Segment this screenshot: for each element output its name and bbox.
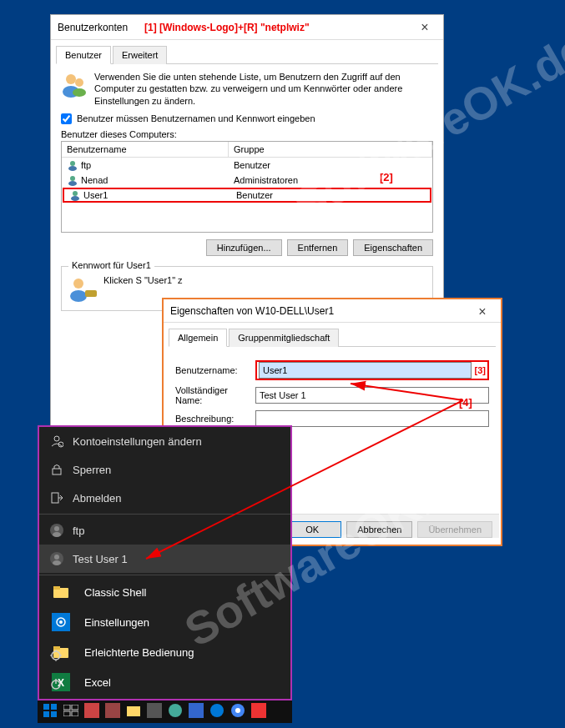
column-username[interactable]: Benutzername — [62, 142, 229, 158]
key-icon — [70, 275, 97, 302]
svg-rect-44 — [72, 711, 78, 716]
svg-rect-48 — [147, 703, 162, 718]
svg-point-3 — [73, 88, 86, 97]
menu-signout[interactable]: Abmelden — [39, 484, 290, 512]
svg-point-5 — [68, 166, 77, 171]
remove-button[interactable]: Entfernen — [287, 239, 349, 256]
taskbar — [38, 698, 292, 723]
tab-membership[interactable]: Gruppenmitgliedschaft — [229, 329, 339, 347]
svg-rect-26 — [53, 586, 60, 590]
description-input[interactable] — [255, 410, 489, 427]
checkbox-label: Benutzer müssen Benutzernamen und Kennwo… — [77, 113, 315, 123]
user-icon — [67, 159, 78, 171]
annotation-4: [4] — [459, 396, 472, 409]
user-icon — [67, 174, 78, 186]
svg-point-24 — [53, 560, 61, 565]
power-icon[interactable] — [48, 675, 64, 692]
svg-rect-50 — [189, 703, 204, 718]
divider — [39, 514, 290, 515]
person-settings-icon — [49, 434, 64, 449]
cancel-button[interactable]: Abbrechen — [346, 521, 412, 538]
annotation-1: [1] [Windows-Logo]+[R] "netplwiz" — [144, 22, 310, 33]
app-icon[interactable] — [166, 701, 184, 720]
tab-general[interactable]: Allgemein — [169, 329, 227, 347]
description-text: Verwenden Sie die unten stehende Liste, … — [94, 71, 433, 107]
close-button[interactable]: × — [408, 17, 441, 38]
tabset: Benutzer Erweitert — [56, 45, 438, 64]
svg-rect-12 — [85, 290, 97, 297]
svg-point-15 — [54, 436, 59, 441]
svg-rect-41 — [63, 705, 70, 710]
svg-point-4 — [70, 161, 75, 166]
svg-rect-17 — [53, 469, 61, 474]
label-username: Benutzername: — [175, 365, 250, 375]
list-row-selected[interactable]: User1 Benutzer — [63, 188, 431, 203]
svg-rect-45 — [84, 703, 99, 718]
fullname-input[interactable] — [255, 387, 489, 404]
app-settings[interactable]: Einstellungen — [39, 607, 290, 637]
properties-button[interactable]: Eigenschaften — [353, 239, 433, 256]
user-avatar-icon — [49, 551, 64, 566]
apply-button[interactable]: Übernehmen — [417, 521, 492, 538]
username-input[interactable] — [259, 362, 472, 379]
user-avatar-icon — [49, 523, 64, 538]
tabset: Allgemein Gruppenmitgliedschaft — [169, 328, 496, 347]
explorer-icon[interactable] — [124, 701, 143, 720]
checkbox-must-enter-password[interactable] — [61, 113, 72, 124]
svg-point-21 — [53, 532, 61, 537]
menu-user-ftp[interactable]: ftp — [39, 516, 290, 545]
app-icon[interactable] — [250, 701, 268, 720]
column-group[interactable]: Gruppe — [229, 142, 432, 158]
user-listview[interactable]: Benutzername Gruppe ftp Benutzer Nenad A… — [61, 141, 433, 233]
menu-user-test[interactable]: Test User 1 — [39, 545, 290, 573]
svg-rect-37 — [43, 704, 49, 710]
svg-point-9 — [71, 196, 79, 201]
menu-lock[interactable]: Sperren — [39, 455, 290, 484]
app-icon[interactable] — [103, 701, 122, 720]
list-row[interactable]: Nenad Administratoren — [62, 173, 432, 188]
svg-point-11 — [70, 290, 87, 302]
start-menu: Kontoeinstellungen ändern Sperren Abmeld… — [38, 425, 292, 700]
svg-rect-43 — [63, 711, 70, 716]
app-ease-of-access[interactable]: Erleichterte Bedienung — [39, 637, 290, 667]
titlebar[interactable]: Eigenschaften von W10-DELL\User1 × — [164, 299, 501, 323]
window-title: Eigenschaften von W10-DELL\User1 — [170, 305, 334, 317]
svg-point-8 — [73, 191, 78, 196]
svg-rect-40 — [51, 711, 57, 717]
edge-icon[interactable] — [208, 701, 226, 720]
app-icon[interactable] — [187, 701, 205, 720]
list-row[interactable]: ftp Benutzer — [62, 158, 432, 173]
svg-rect-47 — [127, 706, 140, 716]
svg-point-0 — [66, 74, 76, 84]
svg-point-49 — [169, 704, 182, 717]
tab-users[interactable]: Benutzer — [56, 46, 111, 64]
svg-rect-38 — [51, 704, 57, 710]
add-button[interactable]: Hinzufügen... — [206, 239, 282, 256]
svg-point-7 — [68, 181, 77, 186]
titlebar[interactable]: Benutzerkonten [1] [Windows-Logo]+[R] "n… — [51, 15, 443, 40]
svg-point-29 — [59, 620, 63, 624]
gear-icon — [51, 612, 71, 632]
app-excel[interactable]: X Excel — [39, 667, 290, 697]
svg-point-20 — [54, 526, 59, 531]
svg-point-23 — [54, 555, 59, 560]
start-icon[interactable] — [41, 701, 59, 720]
tab-advanced[interactable]: Erweitert — [113, 46, 167, 64]
svg-point-6 — [70, 176, 75, 181]
users-icon — [61, 71, 88, 98]
svg-point-10 — [73, 279, 83, 289]
taskview-icon[interactable] — [62, 701, 80, 720]
list-label: Benutzer dieses Computers: — [61, 129, 433, 139]
user-icon — [69, 189, 81, 201]
svg-point-53 — [235, 708, 240, 713]
app-icon[interactable] — [145, 701, 164, 720]
close-button[interactable]: × — [466, 301, 499, 323]
app-icon[interactable] — [83, 701, 101, 720]
svg-rect-42 — [72, 705, 78, 710]
menu-account-settings[interactable]: Kontoeinstellungen ändern — [39, 427, 290, 455]
settings-nav-icon[interactable] — [48, 647, 64, 664]
chrome-icon[interactable] — [229, 701, 247, 720]
app-classic-shell[interactable]: Classic Shell — [39, 577, 290, 607]
folder-icon — [51, 582, 71, 602]
svg-rect-46 — [105, 703, 120, 718]
